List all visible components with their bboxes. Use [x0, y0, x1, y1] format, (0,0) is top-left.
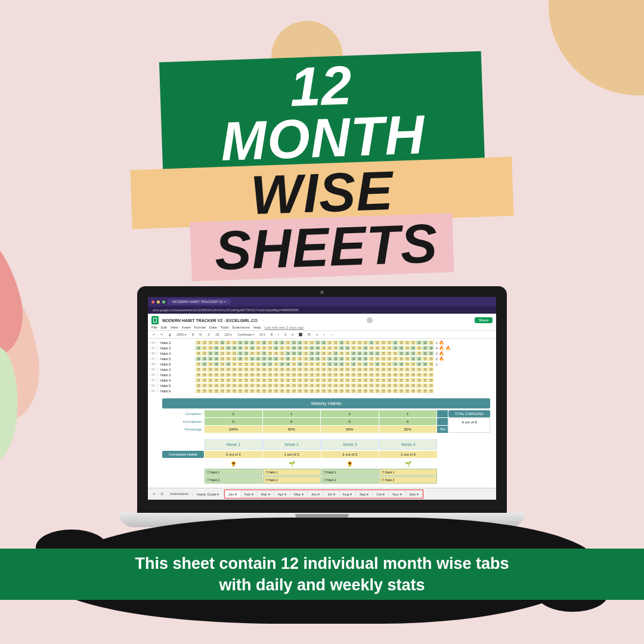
habit-checkbox[interactable]: ☐ [327, 373, 332, 377]
habit-checkbox[interactable]: ☐ [196, 362, 201, 366]
habit-checkbox[interactable]: ☑ [345, 346, 350, 350]
habit-checkbox[interactable]: ☑ [297, 346, 302, 350]
habit-checkbox[interactable]: ☐ [291, 383, 296, 388]
habit-checkbox[interactable]: ☐ [363, 389, 368, 393]
habit-checkbox[interactable]: ☐ [249, 373, 255, 377]
habit-checkbox[interactable]: ☐ [202, 367, 207, 371]
habit-checkbox[interactable]: ☐ [267, 383, 273, 388]
habit-checkbox[interactable]: ☐ [273, 383, 278, 388]
habit-checkbox[interactable]: ☐ [386, 383, 392, 388]
menu-format[interactable]: Format [194, 326, 206, 329]
habit-checkbox[interactable]: ☑ [321, 340, 326, 345]
habit-checkbox[interactable]: ☐ [416, 378, 422, 382]
habit-checkbox[interactable]: ☐ [291, 389, 296, 393]
habit-checkbox[interactable]: ☐ [208, 389, 213, 393]
habit-checkbox[interactable]: ☐ [231, 340, 237, 345]
last-edit[interactable]: Last edit was 2 days ago [264, 326, 304, 329]
habit-checkbox[interactable]: ☐ [279, 389, 284, 393]
habit-checkbox[interactable]: ☑ [196, 346, 201, 350]
habit-checkbox[interactable]: ☑ [213, 346, 219, 350]
habit-checkbox[interactable]: ☐ [202, 351, 207, 355]
sheet-tab-month[interactable]: Oct ▾ [373, 490, 389, 498]
habit-checkbox[interactable]: ☑ [279, 362, 284, 366]
habit-checkbox[interactable]: ☐ [428, 383, 434, 388]
habit-checkbox[interactable]: ☐ [196, 378, 201, 382]
habit-checkbox[interactable]: ☐ [428, 373, 434, 377]
habit-checkbox[interactable]: ☐ [374, 346, 380, 350]
habit-checkbox[interactable]: ☐ [202, 389, 207, 393]
habit-checkbox[interactable]: ☑ [410, 346, 416, 350]
habit-checkbox[interactable]: ☐ [196, 389, 201, 393]
habit-checkbox[interactable]: ☐ [333, 389, 338, 393]
habit-checkbox[interactable]: ☐ [243, 362, 249, 366]
habit-checkbox[interactable]: ☑ [309, 351, 314, 355]
window-maximize-icon[interactable] [162, 301, 165, 304]
habit-checkbox[interactable]: ☐ [237, 373, 243, 377]
habit-checkbox[interactable]: ☐ [255, 378, 261, 382]
habit-checkbox[interactable]: ☑ [291, 346, 296, 350]
habit-checkbox[interactable]: ☐ [261, 373, 267, 377]
habit-checkbox[interactable]: ☐ [279, 367, 284, 371]
habit-checkbox[interactable]: ☐ [303, 373, 308, 377]
habit-checkbox[interactable]: ☐ [285, 367, 290, 371]
habit-checkbox[interactable]: ☑ [237, 357, 243, 361]
toolbar-btn[interactable]: I [277, 333, 280, 336]
habit-checkbox[interactable]: ☑ [428, 346, 434, 350]
habit-checkbox[interactable]: ☑ [392, 346, 398, 350]
habit-checkbox[interactable]: ☑ [339, 340, 344, 345]
habit-checkbox[interactable]: ☑ [339, 357, 344, 361]
habit-checkbox[interactable]: ☑ [237, 340, 243, 345]
habit-checkbox[interactable]: ☐ [279, 351, 284, 355]
habit-checkbox[interactable]: ☐ [219, 373, 225, 377]
habit-checkbox[interactable]: ☐ [422, 389, 428, 393]
habit-checkbox[interactable]: ☑ [357, 351, 362, 355]
habit-checkbox[interactable]: ☑ [327, 362, 332, 366]
habit-checkbox[interactable]: ☐ [285, 389, 290, 393]
habit-checkbox[interactable]: ☐ [333, 378, 338, 382]
address-bar[interactable]: docs.google.com/spreadsheets/d/1ZJ081UKe… [148, 306, 496, 314]
sheet-tab-month[interactable]: Mar ▾ [258, 490, 274, 498]
habit-checkbox[interactable]: ☐ [303, 340, 308, 345]
toolbar-btn[interactable]: ⋯ [329, 333, 335, 336]
habit-checkbox[interactable]: ☐ [398, 340, 404, 345]
habit-checkbox[interactable]: ☑ [333, 362, 338, 366]
habit-checkbox[interactable]: ☐ [339, 383, 344, 388]
habit-checkbox[interactable]: ☐ [267, 340, 273, 345]
habit-checkbox[interactable]: ☐ [333, 373, 338, 377]
toolbar-btn[interactable]: % [198, 333, 203, 336]
habit-checkbox[interactable]: ☐ [243, 357, 249, 361]
habit-checkbox[interactable]: ☐ [327, 383, 332, 388]
habit-checkbox[interactable]: ☐ [374, 373, 380, 377]
habit-checkbox[interactable]: ☐ [428, 362, 434, 366]
habit-checkbox[interactable]: ☑ [273, 357, 278, 361]
habit-checkbox[interactable]: ☑ [339, 346, 344, 350]
habit-checkbox[interactable]: ☐ [357, 389, 362, 393]
habit-checkbox[interactable]: ☑ [261, 357, 267, 361]
habit-checkbox[interactable]: ☑ [315, 351, 320, 355]
habit-checkbox[interactable]: ☐ [333, 340, 338, 345]
sheet-tab-month[interactable]: Feb ▾ [241, 490, 258, 498]
habit-checkbox[interactable]: ☐ [213, 389, 219, 393]
habit-checkbox[interactable]: ☑ [213, 362, 219, 366]
habit-checkbox[interactable]: ☐ [374, 357, 380, 361]
habit-checkbox[interactable]: ☐ [369, 362, 374, 366]
habit-checkbox[interactable]: ☐ [422, 357, 428, 361]
sheet-tab-month[interactable]: Apr ▾ [274, 490, 290, 498]
habit-checkbox[interactable]: ☐ [327, 367, 332, 371]
menu-help[interactable]: Help [253, 326, 261, 329]
habit-checkbox[interactable]: ☐ [380, 389, 386, 393]
sheet-tab-month[interactable]: Jan ▾ [225, 490, 241, 498]
habit-checkbox[interactable]: ☐ [428, 389, 434, 393]
habit-checkbox[interactable]: ☐ [345, 362, 350, 366]
habit-checkbox[interactable]: ☐ [374, 340, 380, 345]
doc-title[interactable]: MODERN HABIT TRACKER V2 - EXCELGIRL.CO [162, 318, 258, 323]
menu-tools[interactable]: Tools [221, 326, 229, 329]
habit-checkbox[interactable]: ☐ [386, 389, 392, 393]
habit-checkbox[interactable]: ☑ [267, 362, 273, 366]
habit-checkbox[interactable]: ☐ [327, 389, 332, 393]
habit-checkbox[interactable]: ☐ [357, 378, 362, 382]
toolbar-btn[interactable]: 100% ▾ [175, 333, 188, 336]
habit-checkbox[interactable]: ☐ [273, 362, 278, 366]
habit-checkbox[interactable]: ☐ [369, 373, 374, 377]
habit-checkbox[interactable]: ☐ [213, 340, 219, 345]
